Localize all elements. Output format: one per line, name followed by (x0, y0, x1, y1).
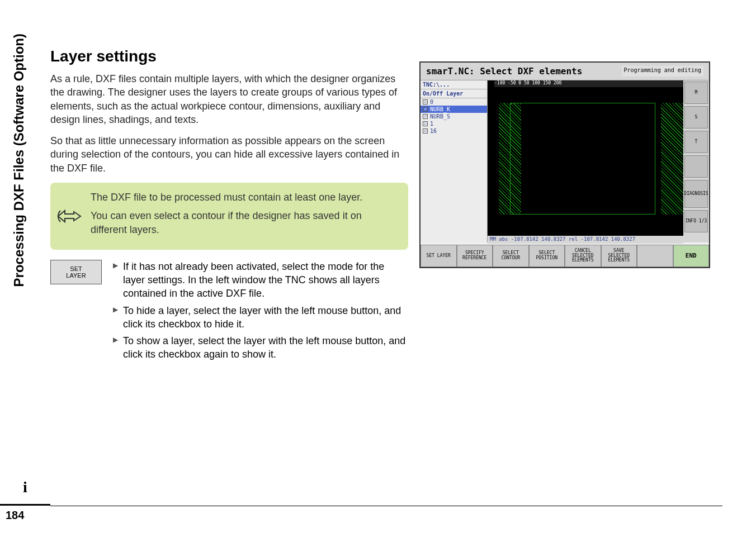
softkey-bar: SET LAYER SPECIFY REFERENCE SELECT CONTO… (420, 245, 709, 267)
skey-select-position[interactable]: SELECT POSITION (529, 245, 565, 267)
heading-layer-settings: Layer settings (50, 47, 408, 65)
layer-name: NURB_S (430, 113, 450, 120)
note-line-2: You can even select a contour if the des… (91, 209, 398, 237)
hatch-right (661, 103, 683, 215)
screen-main: TNC:\... On/Off Layer ☑ 0 ☑ NURB_K ☑ NUR… (420, 80, 709, 242)
skey-cancel-selected[interactable]: CANCEL SELECTED ELEMENTS (565, 245, 601, 267)
instruction-3: To show a layer, select the layer with t… (113, 334, 408, 361)
layer-header: On/Off Layer (420, 89, 487, 98)
rbtn-t[interactable]: T (684, 131, 708, 153)
rbtn-blank[interactable] (684, 155, 708, 178)
paragraph-2: So that as little unnecessary informatio… (50, 134, 408, 175)
skey-set-layer[interactable]: SET LAYER (420, 245, 457, 267)
skey-select-contour[interactable]: SELECT CONTOUR (493, 245, 529, 267)
layer-checkbox-icon[interactable]: ☑ (423, 99, 428, 104)
status-bar: MM abs -107.8142 140.8327 rel -107.8142 … (488, 236, 683, 244)
layer-row-nurb-s[interactable]: ☑ NURB_S (420, 113, 487, 120)
softkey-set-layer: SET LAYER (50, 260, 102, 284)
layer-checkbox-icon[interactable]: ☑ (423, 129, 428, 134)
cad-view[interactable]: -100 -50 0 50 100 150 200 (488, 80, 683, 242)
screen-title: smarT.NC: Select DXF elements (426, 66, 582, 77)
note-line-1: The DXF file to be processed must contai… (91, 191, 398, 204)
tnc-screenshot: smarT.NC: Select DXF elements Programmin… (419, 61, 710, 268)
layer-checkbox-icon[interactable]: ☑ (423, 121, 428, 126)
sidebar-chapter-label: Processing DXF Files (Software Option) (11, 34, 27, 287)
softkey-line2: LAYER (66, 272, 86, 279)
layer-checkbox-icon[interactable]: ☑ (423, 114, 428, 119)
info-icon: i (14, 476, 36, 498)
instruction-list: If it has not already been activated, se… (113, 260, 408, 365)
ruler-top: -100 -50 0 50 100 150 200 (494, 80, 683, 87)
layer-checkbox-icon[interactable]: ☑ (423, 107, 428, 112)
layer-row-1[interactable]: ☑ 1 (420, 120, 487, 127)
rbtn-diagnosis[interactable]: DIAGNOSIS (684, 180, 708, 208)
layer-name: 1 (430, 121, 433, 127)
layer-name: 16 (430, 128, 437, 134)
layer-row-16[interactable]: ☑ 16 (420, 127, 487, 135)
layer-panel: TNC:\... On/Off Layer ☑ 0 ☑ NURB_K ☑ NUR… (420, 80, 488, 242)
tnc-path: TNC:\... (420, 80, 487, 89)
instruction-2: To hide a layer, select the layer with t… (113, 304, 408, 331)
screen-title-bar: smarT.NC: Select DXF elements Programmin… (420, 63, 709, 80)
softkey-line1: SET (70, 265, 82, 272)
footer-rule (50, 506, 722, 506)
rbtn-info[interactable]: INFO 1/3 (684, 210, 708, 232)
main-content: Layer settings As a rule, DXF files cont… (50, 47, 408, 365)
screen-mode: Programming and editing (622, 66, 703, 77)
layer-name: NURB_K (430, 106, 450, 112)
instruction-1: If it has not already been activated, se… (113, 260, 408, 301)
right-button-column: M S T DIAGNOSIS INFO 1/3 (683, 80, 709, 242)
layer-row-nurb-k[interactable]: ☑ NURB_K (420, 106, 487, 113)
skey-save-selected[interactable]: SAVE SELECTED ELEMENTS (601, 245, 637, 267)
instruction-block: SET LAYER If it has not already been act… (50, 260, 408, 365)
rbtn-m[interactable]: M (684, 82, 708, 104)
layer-row-0[interactable]: ☑ 0 (420, 98, 487, 106)
page-footer: i 184 (0, 466, 50, 533)
hand-point-icon (57, 206, 82, 226)
note-text: The DXF file to be processed must contai… (91, 191, 398, 237)
note-box: The DXF file to be processed must contai… (50, 183, 408, 250)
layer-name: 0 (430, 99, 433, 105)
page-number: 184 (0, 504, 50, 533)
skey-blank[interactable] (637, 245, 673, 267)
cad-contour (510, 103, 655, 215)
skey-specify-reference[interactable]: SPECIFY REFERENCE (457, 245, 493, 267)
rbtn-s[interactable]: S (684, 106, 708, 129)
skey-end[interactable]: END (673, 245, 710, 267)
paragraph-1: As a rule, DXF files contain multiple la… (50, 72, 408, 126)
